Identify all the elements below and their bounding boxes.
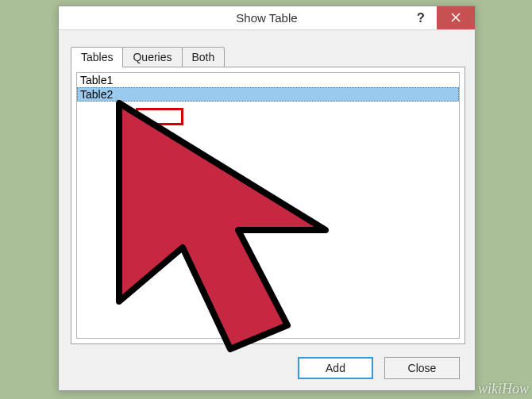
- button-label: Add: [326, 362, 345, 374]
- tables-listbox[interactable]: Table1 Table2: [76, 72, 460, 339]
- tab-tables[interactable]: Tables: [71, 47, 123, 67]
- tab-both[interactable]: Both: [182, 47, 226, 67]
- tab-label: Queries: [133, 51, 172, 63]
- help-button[interactable]: ?: [405, 6, 437, 29]
- list-item[interactable]: Table2: [77, 87, 459, 102]
- show-table-dialog: Show Table ? Tables Queries Both: [58, 6, 476, 391]
- button-label: Close: [408, 362, 437, 374]
- tab-queries[interactable]: Queries: [122, 47, 182, 67]
- close-window-button[interactable]: [437, 6, 475, 29]
- dialog-title: Show Table: [236, 11, 297, 25]
- close-button[interactable]: Close: [384, 357, 460, 379]
- list-item-label: Table1: [80, 74, 113, 86]
- dialog-button-row: Add Close: [71, 357, 463, 379]
- help-icon: ?: [417, 11, 425, 25]
- list-item[interactable]: Table1: [77, 73, 459, 87]
- add-button[interactable]: Add: [298, 357, 373, 379]
- list-item-label: Table2: [80, 88, 113, 101]
- tab-strip: Tables Queries Both: [71, 47, 463, 67]
- titlebar-buttons: ?: [405, 6, 475, 29]
- dialog-body: Tables Queries Both Table1 Table2 Add: [59, 30, 475, 391]
- tab-label: Tables: [81, 51, 113, 63]
- titlebar: Show Table ?: [59, 6, 475, 30]
- tab-panel: Table1 Table2: [71, 67, 465, 344]
- close-icon: [451, 12, 461, 25]
- watermark: wikiHow: [478, 381, 529, 397]
- tab-label: Both: [192, 51, 215, 63]
